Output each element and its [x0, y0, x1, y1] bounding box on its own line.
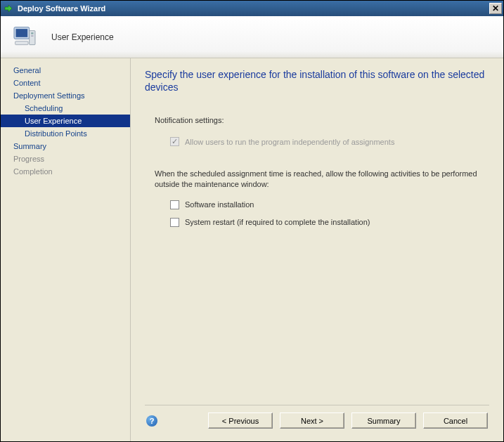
sidebar-item-deployment-settings[interactable]: Deployment Settings: [1, 89, 130, 102]
window-title: Deploy Software Wizard: [18, 4, 489, 13]
sidebar-item-content[interactable]: Content: [1, 77, 130, 89]
sidebar-item-distribution-points[interactable]: Distribution Points: [1, 127, 130, 140]
sidebar-item-summary[interactable]: Summary: [1, 140, 130, 152]
help-icon[interactable]: ?: [146, 415, 157, 427]
software-install-label: Software installation: [185, 200, 254, 209]
svg-rect-5: [15, 41, 28, 44]
allow-users-label: Allow users to run the program independe…: [185, 138, 394, 146]
sidebar-item-completion: Completion: [1, 165, 130, 178]
previous-button[interactable]: < Previous: [208, 412, 273, 429]
next-button[interactable]: Next >: [280, 412, 344, 429]
wizard-body: General Content Deployment Settings Sche…: [1, 58, 503, 441]
cancel-button[interactable]: Cancel: [423, 412, 488, 429]
page-title: User Experience: [51, 32, 114, 42]
software-install-row: Software installation: [170, 200, 489, 209]
sidebar-item-progress: Progress: [1, 152, 130, 165]
sidebar: General Content Deployment Settings Sche…: [1, 58, 130, 441]
sidebar-item-general[interactable]: General: [1, 64, 130, 77]
allow-users-row: ✓ Allow users to run the program indepen…: [170, 137, 489, 146]
maintenance-window-text: When the scheduled assignment time is re…: [155, 169, 478, 189]
system-restart-row: System restart (if required to complete …: [170, 218, 489, 227]
header-band: User Experience: [1, 16, 503, 58]
footer: ? < Previous Next > Summary Cancel: [145, 405, 489, 434]
wizard-window: Deploy Software Wizard ✕ User Experience…: [0, 0, 504, 442]
close-button[interactable]: ✕: [489, 3, 502, 14]
sidebar-item-user-experience[interactable]: User Experience: [1, 115, 130, 127]
arrow-icon: [4, 4, 13, 13]
allow-users-checkbox: ✓: [170, 137, 179, 146]
software-install-checkbox[interactable]: [170, 200, 179, 209]
titlebar: Deploy Software Wizard ✕: [1, 1, 503, 16]
content-panel: Specify the user experience for the inst…: [130, 58, 503, 441]
svg-rect-3: [31, 32, 33, 34]
system-restart-label: System restart (if required to complete …: [185, 218, 370, 226]
content-heading: Specify the user experience for the inst…: [145, 68, 489, 93]
svg-rect-1: [16, 29, 28, 37]
summary-button[interactable]: Summary: [351, 412, 416, 429]
sidebar-item-scheduling[interactable]: Scheduling: [1, 102, 130, 115]
computer-icon: [11, 22, 39, 52]
system-restart-checkbox[interactable]: [170, 218, 179, 227]
notification-settings-label: Notification settings:: [155, 116, 489, 124]
svg-rect-4: [31, 35, 33, 37]
